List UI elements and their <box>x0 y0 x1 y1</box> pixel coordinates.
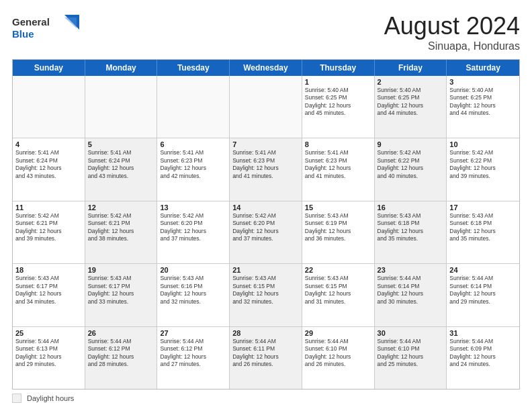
day-info: Sunrise: 5:43 AM Sunset: 6:17 PM Dayligh… <box>15 275 82 306</box>
day-info: Sunrise: 5:44 AM Sunset: 6:14 PM Dayligh… <box>378 275 444 306</box>
day-info: Sunrise: 5:43 AM Sunset: 6:18 PM Dayligh… <box>378 212 444 243</box>
day-header-sunday: Sunday <box>13 60 85 76</box>
day-header-tuesday: Tuesday <box>157 60 230 76</box>
calendar-cell: 26Sunrise: 5:44 AM Sunset: 6:12 PM Dayli… <box>85 327 158 389</box>
day-number: 5 <box>88 140 154 148</box>
day-info: Sunrise: 5:43 AM Sunset: 6:15 PM Dayligh… <box>305 275 371 306</box>
logo-icon: General Blue <box>12 12 86 42</box>
day-number: 12 <box>88 203 154 212</box>
calendar-cell: 12Sunrise: 5:42 AM Sunset: 6:21 PM Dayli… <box>85 201 158 263</box>
logo: General Blue <box>12 12 86 44</box>
calendar-cell: 27Sunrise: 5:44 AM Sunset: 6:12 PM Dayli… <box>157 327 230 389</box>
day-number: 29 <box>305 329 371 337</box>
calendar-cell: 2Sunrise: 5:40 AM Sunset: 6:25 PM Daylig… <box>375 76 447 138</box>
day-number: 4 <box>15 140 82 148</box>
day-info: Sunrise: 5:42 AM Sunset: 6:20 PM Dayligh… <box>232 212 299 243</box>
day-number: 27 <box>160 329 226 337</box>
day-number: 7 <box>232 140 299 148</box>
day-info: Sunrise: 5:40 AM Sunset: 6:25 PM Dayligh… <box>305 87 371 118</box>
day-number: 9 <box>378 140 444 148</box>
day-info: Sunrise: 5:43 AM Sunset: 6:15 PM Dayligh… <box>232 275 299 306</box>
svg-text:Blue: Blue <box>12 28 34 40</box>
day-number: 1 <box>305 78 371 86</box>
month-title: August 2024 <box>384 12 520 40</box>
calendar-cell: 9Sunrise: 5:42 AM Sunset: 6:22 PM Daylig… <box>375 138 447 200</box>
day-header-friday: Friday <box>375 60 447 76</box>
day-info: Sunrise: 5:44 AM Sunset: 6:09 PM Dayligh… <box>449 338 517 369</box>
day-number: 26 <box>88 329 154 337</box>
svg-text:General: General <box>12 16 50 28</box>
calendar-cell: 13Sunrise: 5:42 AM Sunset: 6:20 PM Dayli… <box>157 201 230 263</box>
day-info: Sunrise: 5:42 AM Sunset: 6:21 PM Dayligh… <box>15 212 82 243</box>
day-number: 6 <box>160 140 226 148</box>
svg-marker-3 <box>64 17 77 28</box>
day-info: Sunrise: 5:41 AM Sunset: 6:23 PM Dayligh… <box>232 149 299 180</box>
calendar-cell: 6Sunrise: 5:41 AM Sunset: 6:23 PM Daylig… <box>157 138 230 200</box>
day-info: Sunrise: 5:44 AM Sunset: 6:13 PM Dayligh… <box>15 338 82 369</box>
calendar-header: SundayMondayTuesdayWednesdayThursdayFrid… <box>13 60 519 76</box>
day-number: 3 <box>449 78 517 86</box>
day-number: 14 <box>232 203 299 212</box>
day-number: 24 <box>449 266 517 274</box>
page: General Blue August 2024 Sinuapa, Hondur… <box>0 0 532 411</box>
day-number: 20 <box>160 266 226 274</box>
day-info: Sunrise: 5:44 AM Sunset: 6:12 PM Dayligh… <box>160 338 226 369</box>
day-number: 11 <box>15 203 82 212</box>
calendar-cell: 3Sunrise: 5:40 AM Sunset: 6:25 PM Daylig… <box>447 76 519 138</box>
calendar: SundayMondayTuesdayWednesdayThursdayFrid… <box>12 59 520 390</box>
day-info: Sunrise: 5:40 AM Sunset: 6:25 PM Dayligh… <box>449 87 517 118</box>
footer: Daylight hours <box>12 394 520 403</box>
calendar-cell: 14Sunrise: 5:42 AM Sunset: 6:20 PM Dayli… <box>230 201 302 263</box>
day-number: 30 <box>378 329 444 337</box>
day-info: Sunrise: 5:44 AM Sunset: 6:12 PM Dayligh… <box>88 338 154 369</box>
day-header-wednesday: Wednesday <box>230 60 302 76</box>
calendar-cell <box>85 76 158 138</box>
calendar-cell: 7Sunrise: 5:41 AM Sunset: 6:23 PM Daylig… <box>230 138 302 200</box>
calendar-cell: 24Sunrise: 5:44 AM Sunset: 6:14 PM Dayli… <box>447 264 519 326</box>
day-number: 13 <box>160 203 226 212</box>
calendar-cell: 5Sunrise: 5:41 AM Sunset: 6:24 PM Daylig… <box>85 138 158 200</box>
day-number: 22 <box>305 266 371 274</box>
title-block: August 2024 Sinuapa, Honduras <box>384 12 520 52</box>
calendar-cell <box>230 76 302 138</box>
calendar-row: 25Sunrise: 5:44 AM Sunset: 6:13 PM Dayli… <box>13 327 519 389</box>
day-number: 23 <box>378 266 444 274</box>
calendar-cell: 19Sunrise: 5:43 AM Sunset: 6:17 PM Dayli… <box>85 264 158 326</box>
day-info: Sunrise: 5:41 AM Sunset: 6:23 PM Dayligh… <box>160 149 226 180</box>
day-number: 28 <box>232 329 299 337</box>
day-header-thursday: Thursday <box>302 60 375 76</box>
calendar-cell: 18Sunrise: 5:43 AM Sunset: 6:17 PM Dayli… <box>13 264 85 326</box>
calendar-cell: 21Sunrise: 5:43 AM Sunset: 6:15 PM Dayli… <box>230 264 302 326</box>
day-number: 21 <box>232 266 299 274</box>
calendar-cell: 23Sunrise: 5:44 AM Sunset: 6:14 PM Dayli… <box>375 264 447 326</box>
day-number: 2 <box>378 78 444 86</box>
day-number: 10 <box>449 140 517 148</box>
calendar-body: 1Sunrise: 5:40 AM Sunset: 6:25 PM Daylig… <box>13 76 519 389</box>
calendar-cell: 11Sunrise: 5:42 AM Sunset: 6:21 PM Dayli… <box>13 201 85 263</box>
calendar-cell: 17Sunrise: 5:43 AM Sunset: 6:18 PM Dayli… <box>447 201 519 263</box>
calendar-cell: 16Sunrise: 5:43 AM Sunset: 6:18 PM Dayli… <box>375 201 447 263</box>
legend-box <box>12 394 21 403</box>
day-info: Sunrise: 5:42 AM Sunset: 6:22 PM Dayligh… <box>449 149 517 180</box>
day-info: Sunrise: 5:40 AM Sunset: 6:25 PM Dayligh… <box>378 87 444 118</box>
day-info: Sunrise: 5:44 AM Sunset: 6:10 PM Dayligh… <box>378 338 444 369</box>
calendar-cell: 1Sunrise: 5:40 AM Sunset: 6:25 PM Daylig… <box>302 76 375 138</box>
calendar-cell: 22Sunrise: 5:43 AM Sunset: 6:15 PM Dayli… <box>302 264 375 326</box>
calendar-row: 1Sunrise: 5:40 AM Sunset: 6:25 PM Daylig… <box>13 76 519 138</box>
day-number: 25 <box>15 329 82 337</box>
day-number: 17 <box>449 203 517 212</box>
day-info: Sunrise: 5:42 AM Sunset: 6:22 PM Dayligh… <box>378 149 444 180</box>
calendar-cell: 30Sunrise: 5:44 AM Sunset: 6:10 PM Dayli… <box>375 327 447 389</box>
calendar-row: 18Sunrise: 5:43 AM Sunset: 6:17 PM Dayli… <box>13 264 519 326</box>
day-info: Sunrise: 5:41 AM Sunset: 6:24 PM Dayligh… <box>15 149 82 180</box>
day-info: Sunrise: 5:44 AM Sunset: 6:10 PM Dayligh… <box>305 338 371 369</box>
day-number: 31 <box>449 329 517 337</box>
day-info: Sunrise: 5:41 AM Sunset: 6:23 PM Dayligh… <box>305 149 371 180</box>
calendar-cell: 4Sunrise: 5:41 AM Sunset: 6:24 PM Daylig… <box>13 138 85 200</box>
day-number: 18 <box>15 266 82 274</box>
day-number: 8 <box>305 140 371 148</box>
calendar-cell: 15Sunrise: 5:43 AM Sunset: 6:19 PM Dayli… <box>302 201 375 263</box>
day-info: Sunrise: 5:42 AM Sunset: 6:21 PM Dayligh… <box>88 212 154 243</box>
calendar-cell <box>157 76 230 138</box>
day-info: Sunrise: 5:43 AM Sunset: 6:16 PM Dayligh… <box>160 275 226 306</box>
